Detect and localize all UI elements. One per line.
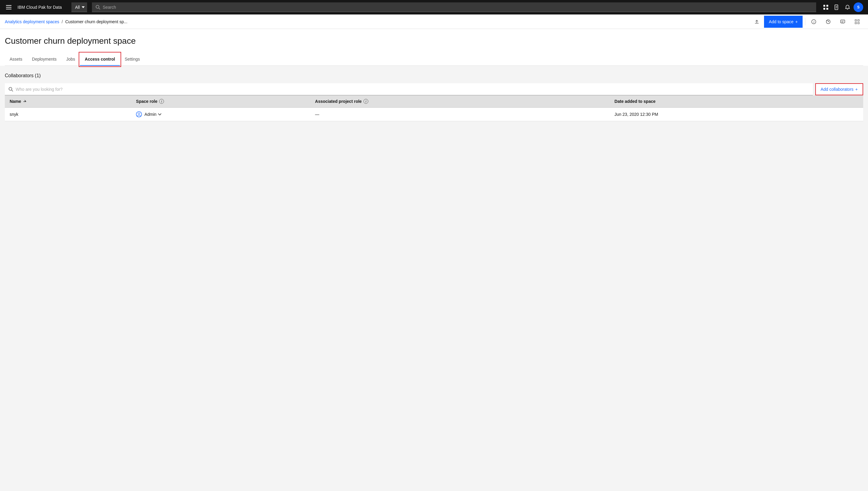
bell-icon (845, 4, 850, 10)
breadcrumb-actions: Add to space + i (752, 16, 863, 28)
chat-action-btn[interactable] (837, 16, 849, 28)
add-to-space-button[interactable]: Add to space + (764, 16, 803, 28)
top-nav: IBM Cloud Pak for Data All (0, 0, 868, 15)
cell-name: snyk (5, 108, 131, 121)
info-action-btn[interactable]: i (808, 16, 820, 28)
col-space-role: Space role i (131, 95, 310, 108)
global-search-bar[interactable] (92, 2, 816, 12)
page-title: Customer churn deployment space (5, 36, 863, 46)
role-dropdown[interactable]: Admin (144, 112, 161, 117)
breadcrumb-separator: / (62, 19, 63, 24)
main-section: Collaborators (1) Add collaborators + Na… (0, 66, 868, 491)
breadcrumb: Analytics deployment spaces / Customer c… (5, 19, 127, 24)
col-date-added: Date added to space (610, 95, 863, 108)
project-role-info-icon[interactable]: i (364, 99, 368, 104)
col-name: Name (5, 95, 131, 108)
notification-icon-btn[interactable] (843, 2, 852, 12)
grid-icon (823, 4, 829, 10)
space-role-info-icon[interactable]: i (159, 99, 164, 104)
col-project-role: Associated project role i (310, 95, 610, 108)
nav-right-actions: S (821, 2, 863, 12)
info-icon: i (811, 19, 816, 24)
svg-point-22 (9, 87, 12, 90)
app-title: IBM Cloud Pak for Data (18, 5, 62, 10)
add-collaborators-button[interactable]: Add collaborators + (815, 83, 863, 95)
svg-line-23 (12, 90, 13, 91)
search-input[interactable] (103, 5, 812, 10)
svg-rect-18 (855, 20, 857, 21)
chevron-down-icon (158, 113, 161, 115)
hamburger-menu[interactable] (5, 4, 13, 10)
search-icon (96, 5, 100, 10)
svg-rect-3 (827, 5, 828, 7)
svg-rect-4 (824, 8, 825, 10)
collaborator-search-bar[interactable] (5, 83, 813, 95)
svg-rect-19 (858, 20, 859, 21)
svg-rect-20 (855, 22, 857, 24)
collaborator-search-input[interactable] (16, 87, 809, 92)
history-icon (826, 19, 831, 24)
breadcrumb-parent-link[interactable]: Analytics deployment spaces (5, 19, 59, 24)
tabs: Assets Deployments Jobs Access control S… (5, 53, 863, 66)
svg-line-1 (98, 8, 100, 9)
document-icon-btn[interactable] (832, 2, 841, 12)
svg-rect-15 (841, 20, 845, 23)
page-content: Customer churn deployment space Assets D… (0, 29, 868, 66)
search-collaborator-icon (8, 87, 13, 92)
upload-icon (754, 19, 759, 24)
layout-icon (855, 19, 860, 24)
cell-project-role: — (310, 108, 610, 121)
svg-point-25 (138, 113, 140, 115)
breadcrumb-current: Customer churn deployment sp... (65, 19, 127, 24)
table-header-row: Name Space role i (5, 95, 863, 108)
upload-button[interactable] (752, 17, 762, 27)
breadcrumb-bar: Analytics deployment spaces / Customer c… (0, 15, 868, 29)
svg-point-0 (96, 5, 99, 8)
svg-rect-5 (827, 8, 828, 10)
tab-settings[interactable]: Settings (120, 53, 145, 66)
cell-date-added: Jun 23, 2020 12:30 PM (610, 108, 863, 121)
user-avatar-icon (136, 111, 142, 117)
tab-access-control[interactable]: Access control (80, 53, 120, 66)
collaborators-table: Name Space role i (5, 95, 863, 121)
layout-action-btn[interactable] (851, 16, 863, 28)
tab-assets[interactable]: Assets (5, 53, 27, 66)
cell-space-role: Admin (131, 108, 310, 121)
search-scope-select[interactable]: All (71, 2, 87, 12)
table-row: snyk Admin (5, 108, 863, 121)
search-scope-label: All (75, 5, 80, 10)
user-avatar[interactable]: S (854, 2, 863, 12)
chat-icon (840, 19, 845, 24)
svg-rect-2 (824, 5, 825, 7)
sort-name-icon[interactable] (23, 99, 27, 103)
collaborators-section-title: Collaborators (1) (5, 73, 863, 79)
history-action-btn[interactable] (822, 16, 834, 28)
grid-icon-btn[interactable] (821, 2, 831, 12)
svg-rect-21 (858, 22, 859, 24)
search-add-row: Add collaborators + (5, 83, 863, 95)
svg-text:i: i (813, 21, 814, 24)
document-icon (834, 4, 839, 10)
tab-jobs[interactable]: Jobs (61, 53, 80, 66)
action-divider (805, 18, 805, 25)
tab-deployments[interactable]: Deployments (27, 53, 61, 66)
